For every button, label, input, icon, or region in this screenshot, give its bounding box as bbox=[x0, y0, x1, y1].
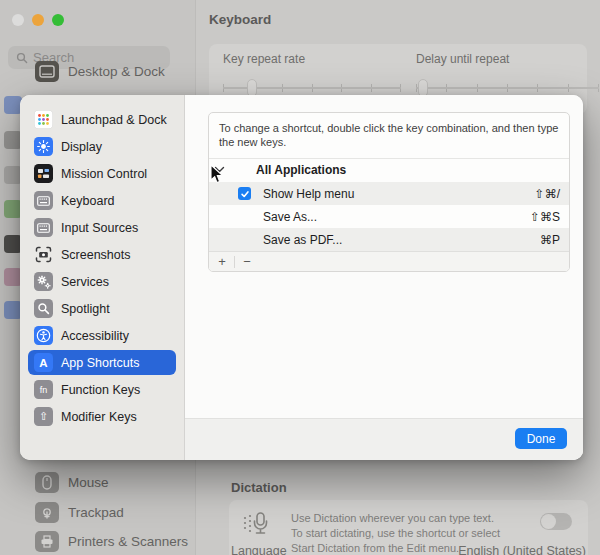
page-title: Keyboard bbox=[209, 12, 271, 27]
delay-until-repeat-label: Delay until repeat bbox=[416, 52, 599, 66]
shortcuts-panel: To change a shortcut, double click the k… bbox=[185, 95, 583, 460]
sidebar-item-trackpad[interactable]: Trackpad bbox=[35, 502, 124, 523]
language-label: Language bbox=[231, 544, 287, 555]
sidebar-item-app-shortcuts[interactable]: A App Shortcuts bbox=[28, 350, 176, 375]
sidebar-item-services[interactable]: Services bbox=[28, 269, 176, 294]
mouse-icon bbox=[35, 472, 59, 493]
function-keys-icon: fn bbox=[34, 380, 53, 399]
printer-icon bbox=[35, 531, 59, 552]
checkbox-checked[interactable] bbox=[238, 187, 251, 200]
sidebar-item-label: Desktop & Dock bbox=[68, 64, 165, 79]
sidebar-item-spotlight[interactable]: Spotlight bbox=[28, 296, 176, 321]
instruction-text: To change a shortcut, double click the k… bbox=[209, 113, 569, 159]
language-value: English (United States) bbox=[458, 544, 586, 555]
remove-shortcut-button[interactable]: − bbox=[238, 253, 256, 271]
sidebar-item-accessibility[interactable]: Accessibility bbox=[28, 323, 176, 348]
group-label: All Applications bbox=[256, 163, 346, 177]
sidebar-item-display[interactable]: Display bbox=[28, 134, 176, 159]
sidebar-item-label: Accessibility bbox=[61, 329, 129, 343]
shortcut-row-save-as-pdf[interactable]: Save as PDF... ⌘P bbox=[209, 228, 569, 251]
services-icon bbox=[34, 272, 53, 291]
sidebar-item-screenshots[interactable]: Screenshots bbox=[28, 242, 176, 267]
sidebar-item-modifier-keys[interactable]: ⇧ Modifier Keys bbox=[28, 404, 176, 429]
screenshots-icon bbox=[34, 245, 53, 264]
shortcuts-table: To change a shortcut, double click the k… bbox=[208, 112, 570, 272]
sidebar-item-label: App Shortcuts bbox=[61, 356, 140, 370]
keyboard-icon bbox=[34, 191, 53, 210]
shortcut-row-show-help-menu[interactable]: Show Help menu ⇧⌘/ bbox=[209, 182, 569, 205]
sidebar-item-label: Spotlight bbox=[61, 302, 110, 316]
sidebar-item-label: Mouse bbox=[68, 475, 109, 490]
app-shortcuts-icon: A bbox=[34, 353, 53, 372]
zoom-button[interactable] bbox=[52, 14, 64, 26]
sidebar-item-label: Function Keys bbox=[61, 383, 140, 397]
sidebar-item-label: Trackpad bbox=[68, 505, 124, 520]
display-icon bbox=[34, 137, 53, 156]
dialog-footer: Done bbox=[185, 418, 583, 460]
mouse-cursor bbox=[209, 164, 224, 185]
app-shortcuts-dialog: Launchpad & Dock Display bbox=[20, 95, 583, 460]
sidebar-item-desktop-dock[interactable]: Desktop & Dock bbox=[35, 61, 165, 82]
sidebar-item-label: Mission Control bbox=[61, 167, 147, 181]
sidebar-item-mission-control[interactable]: Mission Control bbox=[28, 161, 176, 186]
sidebar-item-label: Modifier Keys bbox=[61, 410, 137, 424]
shortcut-keys[interactable]: ⇧⌘S bbox=[530, 210, 560, 224]
desktop-dock-icon bbox=[35, 61, 59, 82]
add-shortcut-button[interactable]: + bbox=[213, 253, 231, 271]
sidebar-item-label: Input Sources bbox=[61, 221, 138, 235]
sidebar-item-keyboard[interactable]: Keyboard bbox=[28, 188, 176, 213]
search-icon bbox=[16, 52, 28, 64]
sidebar-item-label: Services bbox=[61, 275, 109, 289]
list-toolbar: + − bbox=[209, 251, 569, 271]
shortcut-row-save-as[interactable]: Save As... ⇧⌘S bbox=[209, 205, 569, 228]
sidebar-item-label: Screenshots bbox=[61, 248, 130, 262]
sidebar-item-launchpad-dock[interactable]: Launchpad & Dock bbox=[28, 107, 176, 132]
done-button[interactable]: Done bbox=[515, 428, 567, 449]
window-controls bbox=[12, 14, 64, 26]
sidebar-item-label: Launchpad & Dock bbox=[61, 113, 167, 127]
close-button[interactable] bbox=[12, 14, 24, 26]
group-row-all-applications[interactable]: All Applications bbox=[209, 159, 569, 182]
spotlight-icon bbox=[34, 299, 53, 318]
toolbar-divider bbox=[234, 256, 235, 268]
key-repeat-rate-label: Key repeat rate bbox=[223, 52, 401, 66]
sidebar-item-printers-scanners[interactable]: Printers & Scanners bbox=[35, 531, 188, 552]
microphone-icon bbox=[243, 512, 277, 538]
shortcuts-sidebar: Launchpad & Dock Display bbox=[20, 95, 185, 460]
modifier-keys-icon: ⇧ bbox=[34, 407, 53, 426]
sidebar-item-input-sources[interactable]: Input Sources bbox=[28, 215, 176, 240]
sidebar-item-label: Keyboard bbox=[61, 194, 115, 208]
sidebar-item-label: Display bbox=[61, 140, 102, 154]
dictation-toggle[interactable] bbox=[540, 513, 572, 530]
minimize-button[interactable] bbox=[32, 14, 44, 26]
mission-control-icon bbox=[34, 164, 53, 183]
input-sources-icon bbox=[34, 218, 53, 237]
launchpad-icon bbox=[34, 110, 53, 129]
language-row[interactable]: Language English (United States) bbox=[231, 544, 586, 555]
system-settings-window: Search Desktop & Dock Mouse bbox=[0, 0, 600, 555]
shortcut-label: Save as PDF... bbox=[263, 233, 342, 247]
trackpad-icon bbox=[35, 502, 59, 523]
sidebar-item-mouse[interactable]: Mouse bbox=[35, 472, 109, 493]
shortcut-keys[interactable]: ⇧⌘/ bbox=[535, 187, 560, 201]
dictation-heading: Dictation bbox=[231, 480, 287, 495]
sidebar-item-label: Printers & Scanners bbox=[68, 534, 188, 549]
shortcut-label: Show Help menu bbox=[263, 187, 354, 201]
shortcut-label: Save As... bbox=[263, 210, 317, 224]
sidebar-item-function-keys[interactable]: fn Function Keys bbox=[28, 377, 176, 402]
accessibility-icon bbox=[34, 326, 53, 345]
shortcut-keys[interactable]: ⌘P bbox=[540, 233, 560, 247]
